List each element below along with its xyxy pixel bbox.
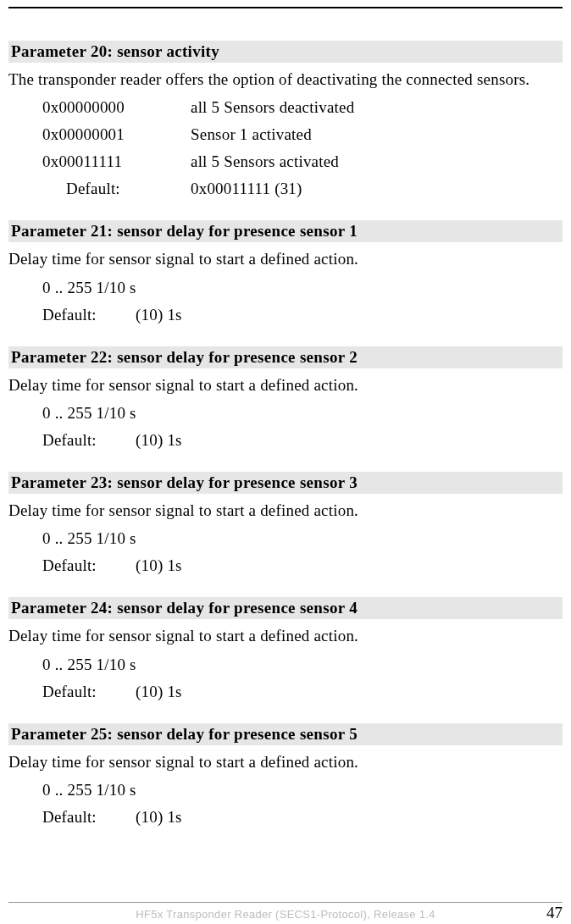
section-parameter-20: Parameter 20: sensor activity The transp… bbox=[8, 41, 563, 198]
heading-parameter-25: Parameter 25: sensor delay for presence … bbox=[8, 723, 563, 745]
heading-parameter-21: Parameter 21: sensor delay for presence … bbox=[8, 220, 563, 242]
code: 0x00011111 bbox=[42, 152, 191, 171]
value: all 5 Sensors deactivated bbox=[191, 98, 563, 117]
section-parameter-22: Parameter 22: sensor delay for presence … bbox=[8, 346, 563, 450]
code: 0x00000001 bbox=[42, 125, 191, 144]
desc-parameter-20: The transponder reader offers the option… bbox=[8, 69, 563, 90]
section-parameter-24: Parameter 24: sensor delay for presence … bbox=[8, 597, 563, 700]
page-footer: HF5x Transponder Reader (SECS1-Protocol)… bbox=[8, 902, 563, 921]
default-label: Default: bbox=[42, 431, 136, 450]
page-content: Parameter 20: sensor activity The transp… bbox=[0, 0, 571, 827]
default-label: Default: bbox=[42, 683, 136, 701]
page-number: 47 bbox=[546, 904, 563, 922]
default-value: (10) 1s bbox=[136, 808, 563, 827]
default-value: (10) 1s bbox=[136, 431, 563, 450]
row-p22-default: Default: (10) 1s bbox=[42, 431, 563, 450]
code: 0x00000000 bbox=[42, 98, 191, 117]
desc-parameter-22: Delay time for sensor signal to start a … bbox=[8, 375, 563, 396]
default-label: Default: bbox=[42, 180, 191, 198]
row-p21-range: 0 .. 255 1/10 s bbox=[42, 279, 563, 297]
section-parameter-25: Parameter 25: sensor delay for presence … bbox=[8, 723, 563, 827]
row-p25-range: 0 .. 255 1/10 s bbox=[42, 781, 563, 800]
range: 0 .. 255 1/10 s bbox=[42, 529, 136, 548]
range: 0 .. 255 1/10 s bbox=[42, 781, 136, 800]
heading-parameter-20: Parameter 20: sensor activity bbox=[8, 41, 563, 63]
desc-parameter-25: Delay time for sensor signal to start a … bbox=[8, 752, 563, 772]
desc-parameter-24: Delay time for sensor signal to start a … bbox=[8, 626, 563, 646]
row-p20-default: Default: 0x00011111 (31) bbox=[42, 180, 563, 198]
top-rule bbox=[8, 7, 563, 8]
row-p22-range: 0 .. 255 1/10 s bbox=[42, 404, 563, 423]
row-p20-0: 0x00000000 all 5 Sensors deactivated bbox=[42, 98, 563, 117]
default-label: Default: bbox=[42, 306, 136, 324]
default-label: Default: bbox=[42, 808, 136, 827]
range: 0 .. 255 1/10 s bbox=[42, 404, 136, 423]
value: all 5 Sensors activated bbox=[191, 152, 563, 171]
row-p23-range: 0 .. 255 1/10 s bbox=[42, 529, 563, 548]
footer-text: HF5x Transponder Reader (SECS1-Protocol)… bbox=[8, 908, 563, 921]
value: Sensor 1 activated bbox=[191, 125, 563, 144]
row-p24-default: Default: (10) 1s bbox=[42, 683, 563, 701]
range: 0 .. 255 1/10 s bbox=[42, 279, 136, 297]
row-p21-default: Default: (10) 1s bbox=[42, 306, 563, 324]
row-p20-2: 0x00011111 all 5 Sensors activated bbox=[42, 152, 563, 171]
row-p20-1: 0x00000001 Sensor 1 activated bbox=[42, 125, 563, 144]
default-value: (10) 1s bbox=[136, 306, 563, 324]
heading-parameter-22: Parameter 22: sensor delay for presence … bbox=[8, 346, 563, 368]
desc-parameter-21: Delay time for sensor signal to start a … bbox=[8, 249, 563, 269]
row-p23-default: Default: (10) 1s bbox=[42, 556, 563, 575]
desc-parameter-23: Delay time for sensor signal to start a … bbox=[8, 501, 563, 521]
section-parameter-21: Parameter 21: sensor delay for presence … bbox=[8, 220, 563, 324]
row-p24-range: 0 .. 255 1/10 s bbox=[42, 656, 563, 674]
section-parameter-23: Parameter 23: sensor delay for presence … bbox=[8, 472, 563, 575]
row-p25-default: Default: (10) 1s bbox=[42, 808, 563, 827]
default-label: Default: bbox=[42, 556, 136, 575]
default-value: 0x00011111 (31) bbox=[191, 180, 563, 198]
default-value: (10) 1s bbox=[136, 683, 563, 701]
default-value: (10) 1s bbox=[136, 556, 563, 575]
heading-parameter-24: Parameter 24: sensor delay for presence … bbox=[8, 597, 563, 619]
range: 0 .. 255 1/10 s bbox=[42, 656, 136, 674]
heading-parameter-23: Parameter 23: sensor delay for presence … bbox=[8, 472, 563, 494]
